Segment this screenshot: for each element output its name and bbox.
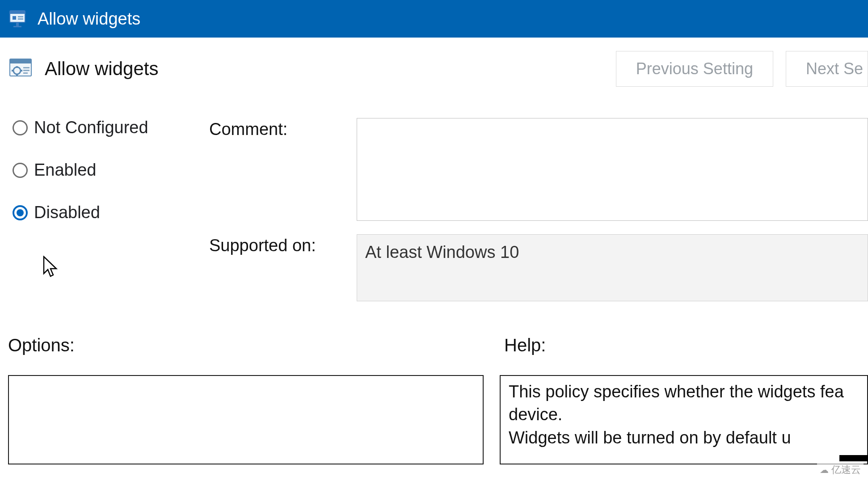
svg-rect-13 xyxy=(21,70,22,72)
svg-rect-12 xyxy=(12,70,13,72)
video-progress-fragment xyxy=(839,455,868,461)
radio-label: Disabled xyxy=(34,203,100,222)
svg-rect-4 xyxy=(18,18,23,20)
supported-row: Supported on: At least Windows 10 xyxy=(209,234,868,301)
svg-rect-5 xyxy=(16,22,19,26)
svg-rect-14 xyxy=(23,67,29,68)
watermark-icon: ☁ xyxy=(820,464,829,475)
help-text: This policy specifies whether the widget… xyxy=(509,382,844,447)
supported-on-label: Supported on: xyxy=(209,234,343,301)
svg-rect-2 xyxy=(13,16,16,20)
svg-rect-8 xyxy=(10,59,31,63)
svg-rect-1 xyxy=(10,11,25,14)
supported-on-value: At least Windows 10 xyxy=(357,234,868,301)
radio-icon xyxy=(13,205,28,220)
help-panel: This policy specifies whether the widget… xyxy=(500,375,868,464)
comment-row: Comment: xyxy=(209,118,868,221)
policy-setting-icon xyxy=(8,56,33,81)
svg-rect-16 xyxy=(23,72,28,74)
radio-disabled[interactable]: Disabled xyxy=(13,203,209,222)
lower-labels: Options: Help: xyxy=(8,335,868,355)
radio-enabled[interactable]: Enabled xyxy=(13,160,209,180)
watermark-text: 亿速云 xyxy=(831,463,861,477)
svg-rect-11 xyxy=(16,74,18,76)
radio-not-configured[interactable]: Not Configured xyxy=(13,118,209,137)
policy-name: Allow widgets xyxy=(45,58,158,80)
comment-label: Comment: xyxy=(209,118,343,221)
policy-title-wrap: Allow widgets xyxy=(8,56,158,81)
radio-label: Enabled xyxy=(34,160,96,180)
watermark: ☁ 亿速云 xyxy=(817,462,864,477)
client-area: Allow widgets Previous Setting Next Se N… xyxy=(0,38,868,464)
radio-icon xyxy=(13,163,28,178)
options-panel xyxy=(8,375,484,464)
policy-config-area: Not Configured Enabled Disabled Comment:… xyxy=(8,118,868,315)
policy-state-radios: Not Configured Enabled Disabled xyxy=(8,118,209,315)
svg-rect-10 xyxy=(16,66,18,68)
lower-boxes: This policy specifies whether the widget… xyxy=(8,375,868,464)
title-bar: Allow widgets xyxy=(0,0,868,38)
fields-column: Comment: Supported on: At least Windows … xyxy=(209,118,868,315)
options-label: Options: xyxy=(8,335,504,355)
window-title: Allow widgets xyxy=(38,9,140,29)
nav-buttons: Previous Setting Next Se xyxy=(616,51,868,87)
radio-label: Not Configured xyxy=(34,118,148,137)
next-setting-button[interactable]: Next Se xyxy=(786,51,868,87)
header-row: Allow widgets Previous Setting Next Se xyxy=(8,51,868,87)
radio-icon xyxy=(13,120,28,135)
svg-rect-15 xyxy=(23,70,29,71)
svg-rect-3 xyxy=(18,16,23,17)
comment-input[interactable] xyxy=(357,118,868,221)
help-label: Help: xyxy=(504,335,546,355)
previous-setting-button[interactable]: Previous Setting xyxy=(616,51,773,87)
svg-rect-6 xyxy=(13,26,21,27)
policy-window-icon xyxy=(8,7,29,30)
